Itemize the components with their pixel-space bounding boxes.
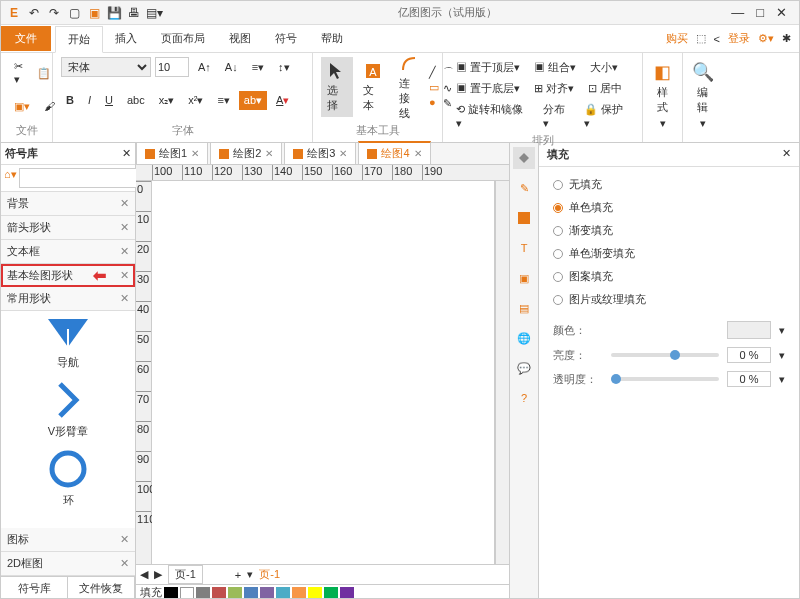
swatch[interactable] [276,587,290,599]
close-icon[interactable]: ✕ [414,148,422,159]
minimize-icon[interactable]: — [731,5,744,20]
fontcolor-icon[interactable]: A▾ [271,91,294,110]
canvas[interactable] [152,181,495,564]
cat-basic-drawing[interactable]: 基本绘图形状✕ ⬅ [1,264,135,287]
swatch[interactable] [164,587,178,599]
page-prev-icon[interactable]: ◀ [140,568,148,581]
shape-ring[interactable] [48,449,88,489]
buy-link[interactable]: 购买 [666,31,688,46]
cat-textbox[interactable]: 文本框✕ [1,240,135,264]
foot-lib[interactable]: 符号库 [1,577,68,599]
group-btn[interactable]: ▣ 组合▾ [529,57,581,78]
spacing-icon[interactable]: ↕▾ [273,58,295,77]
doc-tab-4[interactable]: 绘图4✕ [358,141,430,164]
undo-icon[interactable]: ↶ [25,4,43,22]
shadow-tool-icon[interactable] [513,207,535,229]
share-icon[interactable]: < [714,33,720,45]
opacity-value[interactable]: 0 % [727,371,771,387]
line-tool-icon[interactable]: ✎ [513,177,535,199]
shape-nav[interactable] [46,317,90,351]
opt-pattern[interactable]: 图案填充 [553,269,785,284]
chevron-down-icon[interactable]: ▾ [779,324,785,337]
globe-tool-icon[interactable]: 🌐 [513,327,535,349]
size-btn[interactable]: 大小▾ [585,57,623,78]
shrink-font-icon[interactable]: A↓ [220,58,243,76]
brightness-value[interactable]: 0 % [727,347,771,363]
style-btn[interactable]: ◧样式▾ [651,57,674,134]
cat-common-shapes[interactable]: 常用形状✕ [1,287,135,311]
cut-icon[interactable]: ✂▾ [9,57,28,89]
close-icon[interactable]: ✕ [191,148,199,159]
distribute-btn[interactable]: 分布▾ [538,99,576,133]
new-icon[interactable]: ▢ [65,4,83,22]
swatch[interactable] [212,587,226,599]
underline-icon[interactable]: U [100,91,118,109]
cat-arrow-shapes[interactable]: 箭头形状✕ [1,216,135,240]
tab-insert[interactable]: 插入 [103,26,149,51]
bring-top[interactable]: ▣ 置于顶层▾ [451,57,525,78]
sup-icon[interactable]: x²▾ [183,91,208,110]
doc-tab-1[interactable]: 绘图1✕ [136,142,208,164]
chevron-down-icon[interactable]: ▾ [779,373,785,386]
rotate-btn[interactable]: ⟲ 旋转和镜像▾ [451,99,534,133]
connector-tool[interactable]: 连接线 [393,50,425,125]
page-menu-icon[interactable]: ▾ [247,568,253,581]
page-label[interactable]: 页-1 [168,565,203,584]
swatch[interactable] [244,587,258,599]
tab-symbol[interactable]: 符号 [263,26,309,51]
swatch[interactable] [308,587,322,599]
swatch[interactable] [292,587,306,599]
color-picker[interactable] [727,321,771,339]
open-icon[interactable]: ▣ [85,4,103,22]
close-icon[interactable]: ✕ [776,5,787,20]
center-btn[interactable]: ⊡ 居中 [583,78,627,99]
shape-chevron[interactable] [56,380,80,420]
swatch[interactable] [228,587,242,599]
cat-2d-frame[interactable]: 2D框图✕ [1,552,135,576]
opt-gradient[interactable]: 渐变填充 [553,223,785,238]
bullets-icon[interactable]: ≡▾ [247,58,269,77]
page-add-icon[interactable]: + [235,569,241,581]
page-next-icon[interactable]: ▶ [154,568,162,581]
cat-background[interactable]: 背景✕ [1,192,135,216]
tab-start[interactable]: 开始 [55,26,103,53]
align-btn[interactable]: ⊞ 对齐▾ [529,78,579,99]
gear-icon[interactable]: ⚙▾ [758,32,774,45]
chevron-down-icon[interactable]: ▾ [779,349,785,362]
doc-tab-2[interactable]: 绘图2✕ [210,142,282,164]
lib-close-icon[interactable]: ✕ [122,147,131,160]
align-icon[interactable]: ≡▾ [212,91,234,110]
font-name[interactable]: 宋体 [61,57,151,77]
text-tool[interactable]: A 文本 [357,57,389,117]
save-icon[interactable]: 💾 [105,4,123,22]
select-tool[interactable]: 选择 [321,57,353,117]
brightness-slider[interactable] [611,353,719,357]
export-icon[interactable]: ▤▾ [145,4,163,22]
line-icon[interactable]: ╱ [429,66,439,79]
page-label-2[interactable]: 页-1 [259,567,280,582]
opt-picture[interactable]: 图片或纹理填充 [553,292,785,307]
highlight-icon[interactable]: ab▾ [239,91,267,110]
close-icon[interactable]: ✕ [339,148,347,159]
strike-icon[interactable]: abc [122,91,150,109]
maximize-icon[interactable]: □ [756,5,764,20]
swatch[interactable] [324,587,338,599]
cat-icons[interactable]: 图标✕ [1,528,135,552]
fill-panel-close-icon[interactable]: ✕ [782,147,791,162]
opt-mono-gradient[interactable]: 单色渐变填充 [553,246,785,261]
oval-icon[interactable]: ● [429,96,439,108]
print-icon[interactable]: 🖶 [125,4,143,22]
tab-help[interactable]: 帮助 [309,26,355,51]
sub-icon[interactable]: x₂▾ [154,91,180,110]
page-tool-icon[interactable]: ▤ [513,297,535,319]
opt-solid[interactable]: 单色填充 [553,200,785,215]
send-bottom[interactable]: ▣ 置于底层▾ [451,78,525,99]
comment-tool-icon[interactable]: 💬 [513,357,535,379]
lock-btn[interactable]: 🔒 保护▾ [579,99,634,133]
tab-layout[interactable]: 页面布局 [149,26,217,51]
close-icon[interactable]: ✕ [265,148,273,159]
swatch[interactable] [196,587,210,599]
edit-btn[interactable]: 🔍编辑▾ [691,57,715,134]
bold-icon[interactable]: B [61,91,79,109]
grow-font-icon[interactable]: A↑ [193,58,216,76]
